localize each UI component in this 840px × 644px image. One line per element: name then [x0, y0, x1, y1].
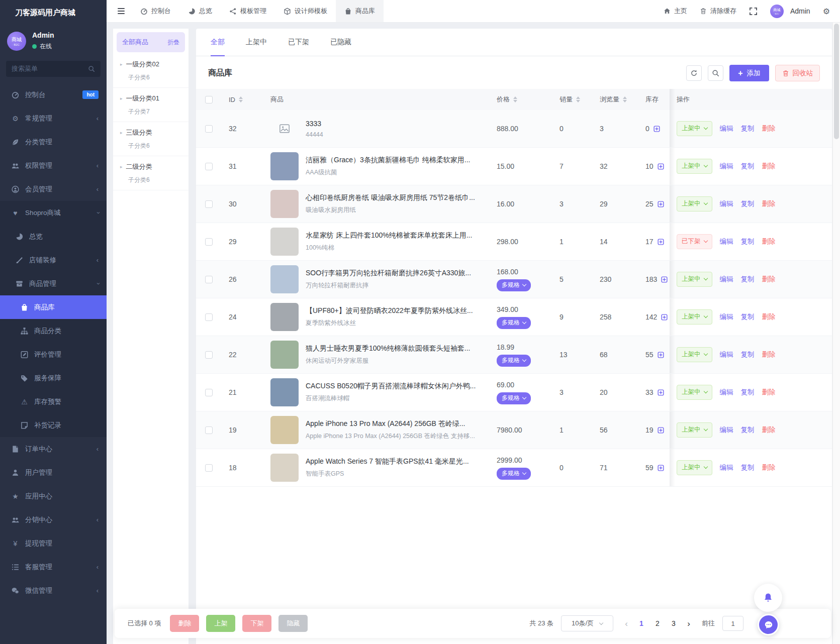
all-products-filter[interactable]: 全部商品 [122, 38, 148, 47]
edit-link[interactable]: 编辑 [720, 463, 733, 472]
delete-link[interactable]: 删除 [762, 388, 776, 397]
delete-link[interactable]: 删除 [762, 124, 776, 133]
sidebar-item[interactable]: 订单中心 [0, 437, 107, 461]
copy-link[interactable]: 复制 [741, 237, 755, 246]
copy-link[interactable]: 复制 [741, 463, 755, 472]
column-header-sales[interactable]: 销量 [558, 95, 598, 104]
row-checkbox[interactable] [205, 163, 213, 170]
bulk-action-button[interactable]: 下架 [242, 615, 271, 632]
copy-link[interactable]: 复制 [741, 124, 755, 133]
status-tab[interactable]: 已隐藏 [330, 29, 351, 56]
sidebar-item[interactable]: 分销中心 [0, 508, 107, 531]
category-item[interactable]: ▸ 一级分类02 子分类6 [113, 54, 189, 88]
restock-icon[interactable] [661, 276, 668, 283]
category-subitem[interactable]: 子分类6 [128, 176, 184, 184]
sidebar-item[interactable]: ⚙ 常规管理 [0, 106, 107, 130]
select-all-checkbox[interactable] [205, 96, 213, 103]
row-checkbox[interactable] [205, 351, 213, 359]
sidebar-item[interactable]: 客服管理 [0, 555, 107, 579]
delete-link[interactable]: 删除 [762, 350, 776, 359]
status-dropdown[interactable]: 上架中 [677, 196, 712, 211]
page-number-button[interactable]: 3 [667, 619, 680, 627]
product-thumbnail[interactable] [270, 228, 299, 256]
row-checkbox[interactable] [205, 389, 213, 396]
copy-link[interactable]: 复制 [741, 350, 755, 359]
product-thumbnail[interactable] [270, 190, 299, 218]
hamburger-icon[interactable] [117, 7, 126, 16]
multi-spec-badge[interactable]: 多规格 [497, 468, 531, 480]
nav-tab[interactable]: 商品库 [336, 0, 384, 22]
status-dropdown[interactable]: 上架中 [677, 460, 712, 475]
restock-icon[interactable] [657, 426, 665, 434]
row-checkbox[interactable] [205, 125, 213, 133]
edit-link[interactable]: 编辑 [720, 199, 733, 208]
goto-page-input[interactable] [722, 616, 743, 631]
status-tab[interactable]: 已下架 [288, 29, 309, 56]
nav-tab[interactable]: 模板管理 [221, 0, 275, 22]
row-checkbox[interactable] [205, 238, 213, 246]
category-subitem[interactable]: 子分类6 [128, 73, 184, 82]
restock-icon[interactable] [657, 238, 665, 246]
sidebar-item[interactable]: 补货记录 [0, 413, 107, 437]
sidebar-item[interactable]: 分类管理 [0, 130, 107, 154]
settings-gear-icon[interactable]: ⚙ [823, 7, 830, 16]
row-checkbox[interactable] [205, 276, 213, 283]
vertical-scrollbar[interactable] [832, 23, 840, 644]
sidebar-item[interactable]: 总览 [0, 225, 107, 248]
delete-link[interactable]: 删除 [762, 162, 776, 171]
status-dropdown[interactable]: 上架中 [677, 159, 712, 174]
recycle-bin-button[interactable]: 回收站 [775, 65, 820, 81]
sidebar-item[interactable]: 评价管理 [0, 343, 107, 366]
delete-link[interactable]: 删除 [762, 199, 776, 208]
status-dropdown[interactable]: 上架中 [677, 385, 712, 400]
multi-spec-badge[interactable]: 多规格 [497, 317, 531, 329]
search-button[interactable] [708, 65, 723, 81]
avatar[interactable]: 商城 · B2C · [7, 32, 26, 51]
restock-icon[interactable] [657, 163, 665, 170]
category-subitem[interactable]: 子分类7 [128, 108, 184, 116]
delete-link[interactable]: 删除 [762, 275, 776, 284]
clear-cache-link[interactable]: 清除缓存 [700, 7, 736, 16]
delete-link[interactable]: 删除 [762, 463, 776, 472]
restock-icon[interactable] [657, 200, 665, 208]
copy-link[interactable]: 复制 [741, 425, 755, 435]
next-page-button[interactable]: › [683, 619, 694, 628]
delete-link[interactable]: 删除 [762, 425, 776, 435]
edit-link[interactable]: 编辑 [720, 162, 733, 171]
sidebar-item[interactable]: ¥ 提现管理 [0, 531, 107, 555]
category-item[interactable]: ▸ 三级分类 子分类6 [113, 122, 189, 156]
product-thumbnail[interactable] [270, 265, 299, 293]
sidebar-item[interactable]: 会员管理 [0, 177, 107, 201]
chat-button[interactable] [758, 614, 779, 635]
sidebar-item[interactable]: 控制台 hot [0, 83, 107, 106]
fullscreen-icon[interactable] [749, 7, 758, 16]
status-dropdown[interactable]: 上架中 [677, 347, 712, 362]
column-header-id[interactable]: ID [221, 96, 256, 103]
restock-icon[interactable] [657, 464, 665, 472]
product-thumbnail[interactable] [270, 416, 299, 444]
nav-tab[interactable]: 设计师模板 [275, 0, 336, 22]
bulk-action-button[interactable]: 上架 [206, 615, 235, 632]
notification-bell-button[interactable] [754, 584, 782, 612]
sidebar-item[interactable]: 商品分类 [0, 319, 107, 343]
copy-link[interactable]: 复制 [741, 275, 755, 284]
restock-icon[interactable] [657, 389, 665, 396]
column-header-price[interactable]: 价格 [495, 95, 558, 104]
delete-link[interactable]: 删除 [762, 237, 776, 246]
row-checkbox[interactable] [205, 200, 213, 208]
menu-search-input[interactable]: 搜索菜单 [6, 61, 101, 77]
sidebar-item[interactable]: 商品库 [0, 295, 107, 319]
sidebar-item[interactable]: ⚠ 库存预警 [0, 390, 107, 413]
nav-tab[interactable]: 总览 [179, 0, 221, 22]
category-subitem[interactable]: 子分类6 [128, 142, 184, 150]
bulk-action-button[interactable]: 删除 [170, 615, 199, 632]
sidebar-item[interactable]: 权限管理 [0, 154, 107, 177]
row-checkbox[interactable] [205, 426, 213, 434]
product-thumbnail[interactable] [270, 454, 299, 482]
edit-link[interactable]: 编辑 [720, 388, 733, 397]
status-tab[interactable]: 全部 [211, 29, 225, 56]
status-dropdown[interactable]: 已下架 [677, 234, 712, 249]
page-size-select[interactable]: 10条/页 [561, 615, 613, 631]
edit-link[interactable]: 编辑 [720, 237, 733, 246]
scrollbar-thumb[interactable] [834, 24, 839, 139]
